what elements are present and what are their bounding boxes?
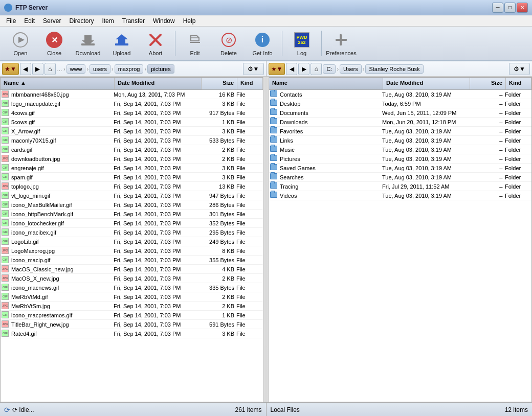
preferences-button[interactable]: Preferences [325,28,358,59]
remote-path-users[interactable]: users [90,64,110,74]
table-row[interactable]: GIF X_Arrow.gif Fri, Sep 14, 2001, 7:03 … [1,127,263,136]
local-forward-btn[interactable]: ▶ [298,63,309,75]
table-row[interactable]: JPG MwRbVtSm.jpg Fri, Sep 14, 2001, 7:03… [1,302,263,311]
remote-settings-btn[interactable]: ⚙▼ [243,63,264,75]
file-name: MwRbVtSm.jpg [11,303,114,309]
file-kind: File [236,321,262,328]
table-row[interactable]: GIF MwRbVtMd.gif Fri, Sep 14, 2001, 7:03… [1,292,263,302]
remote-col-kind[interactable]: Kind [237,78,263,89]
table-row[interactable]: GIF logo_macupdate.gif Fri, Sep 14, 2001… [1,99,263,108]
menu-item[interactable]: Item [98,16,118,26]
table-row[interactable]: Downloads Mon, Jun 20, 2011, 12:18 PM --… [269,118,531,127]
table-row[interactable]: Favorites Tue, Aug 03, 2010, 3:19 AM -- … [269,127,531,136]
local-col-size[interactable]: Size [470,78,506,89]
menu-edit[interactable]: Edit [20,16,39,26]
table-row[interactable]: Desktop Today, 6:59 PM -- Folder [269,99,531,108]
table-row[interactable]: GIF icono_macibex.gif Fri, Sep 14, 2001,… [1,228,263,237]
table-row[interactable]: Links Tue, Aug 03, 2010, 3:19 AM -- Fold… [269,136,531,145]
close-button[interactable]: ✕ Close [38,28,71,59]
remote-forward-btn[interactable]: ▶ [32,63,43,75]
remote-col-size[interactable]: Size [202,78,237,89]
file-icon: JPG [2,155,10,163]
table-row[interactable]: Saved Games Tue, Aug 03, 2010, 3:19 AM -… [269,164,531,173]
log-button[interactable]: PWD252 Log [285,28,318,59]
table-row[interactable]: GIF spam.gif Fri, Sep 14, 2001, 7:03 PM … [1,173,263,182]
remote-col-name[interactable]: Name ▲ [1,78,115,89]
menu-help[interactable]: Help [179,16,200,26]
menu-window[interactable]: Window [149,16,179,26]
local-file-list[interactable]: Contacts Tue, Aug 03, 2010, 3:19 AM -- F… [269,90,531,402]
table-row[interactable]: Documents Wed, Jun 15, 2011, 12:09 PM --… [269,108,531,118]
svg-marker-9 [191,36,199,41]
remote-bookmark-btn[interactable]: ★▼ [2,63,19,75]
table-row[interactable]: GIF engrenaje.gif Fri, Sep 14, 2001, 7:0… [1,164,263,173]
table-row[interactable]: JPG LogoMaxprog.jpg Fri, Sep 14, 2001, 7… [1,246,263,256]
table-row[interactable]: Pictures Tue, Aug 03, 2010, 3:19 AM -- F… [269,154,531,164]
menu-transfer[interactable]: Transfer [118,16,149,26]
pane-divider[interactable] [264,77,268,402]
table-row[interactable]: GIF icono_macip.gif Fri, Sep 14, 2001, 7… [1,256,263,265]
remote-path-pictures[interactable]: pictures [147,64,174,74]
folder-name: Tracing [280,183,382,190]
local-path-c[interactable]: C: [323,64,336,74]
table-row[interactable]: GIF icono_macnews.gif Fri, Sep 14, 2001,… [1,283,263,292]
table-row[interactable]: GIF icono_httpBenchMark.gif Fri, Sep 14,… [1,210,263,219]
open-button[interactable]: Open [4,28,37,59]
table-row[interactable]: GIF Rated4.gif Fri, Sep 14, 2001, 7:03 P… [1,329,263,338]
edit-label: Edit [190,50,200,56]
table-row[interactable]: JPG toplogo.jpg Fri, Sep 14, 2001, 7:03 … [1,182,263,191]
file-name: X_Arrow.gif [11,128,114,134]
local-path-users[interactable]: Users [340,64,362,74]
file-name: 4cows.gif [11,110,114,116]
remote-path-maxprog[interactable]: maxprog [115,64,144,74]
table-row[interactable]: GIF LogoLib.gif Fri, Sep 14, 2001, 7:03 … [1,237,263,246]
table-row[interactable]: Videos Tue, Aug 03, 2010, 3:19 AM -- Fol… [269,191,531,200]
maximize-button[interactable]: □ [504,3,516,13]
table-row[interactable]: GIF cards.gif Fri, Sep 14, 2001, 7:03 PM… [1,145,263,154]
table-row[interactable]: Contacts Tue, Aug 03, 2010, 3:19 AM -- F… [269,90,531,99]
abort-button[interactable]: Abort [139,28,172,59]
table-row[interactable]: GIF icono_macprestamos.gif Fri, Sep 14, … [1,311,263,320]
upload-button[interactable]: Upload [105,28,138,59]
table-row[interactable]: JPG downloadbutton.jpg Fri, Sep 14, 2001… [1,154,263,164]
folder-name: Favorites [280,128,382,134]
table-row[interactable]: JPG MacOS_Classic_new.jpg Fri, Sep 14, 2… [1,265,263,274]
table-row[interactable]: Tracing Fri, Jul 29, 2011, 11:52 AM -- F… [269,182,531,191]
local-bookmark-btn[interactable]: ★▼ [269,63,285,75]
table-row[interactable]: GIF icono_MaxBulkMailer.gif Fri, Sep 14,… [1,200,263,210]
table-row[interactable]: GIF 5cows.gif Fri, Sep 14, 2001, 7:03 PM… [1,118,263,127]
remote-col-date[interactable]: Date Modified [115,78,202,89]
table-row[interactable]: Music Tue, Aug 03, 2010, 3:19 AM -- Fold… [269,145,531,154]
local-col-date[interactable]: Date Modified [383,78,470,89]
table-row[interactable]: JPG mbmbanner468x60.jpg Mon, Aug 13, 200… [1,90,263,99]
table-row[interactable]: JPG TitleBar_Right_new.jpg Fri, Sep 14, … [1,320,263,329]
download-button[interactable]: Download [72,28,104,59]
local-col-name[interactable]: Name [269,78,383,89]
local-path-user[interactable]: Stanley Roche Busk [365,64,423,74]
remote-path-www[interactable]: www [66,64,86,74]
file-kind: File [236,275,262,282]
file-name: icono_httpBenchMark.gif [11,211,114,217]
minimize-button[interactable]: ─ [492,3,503,13]
remote-back-btn[interactable]: ◀ [20,63,31,75]
delete-button[interactable]: ⊘ Delete [212,28,245,59]
edit-button[interactable]: Edit [179,28,211,59]
menu-server[interactable]: Server [39,16,65,26]
local-col-kind[interactable]: Kind [506,78,531,89]
close-button[interactable]: ✕ [517,3,528,13]
table-row[interactable]: GIF maconly70X15.gif Fri, Sep 14, 2001, … [1,136,263,145]
local-home-btn[interactable]: ⌂ [311,63,322,75]
table-row[interactable]: Searches Tue, Aug 03, 2010, 3:19 AM -- F… [269,173,531,182]
table-row[interactable]: GIF icono_lotochecker.gif Fri, Sep 14, 2… [1,219,263,228]
local-back-btn[interactable]: ◀ [286,63,297,75]
table-row[interactable]: JPG MacOS_X_new.jpg Fri, Sep 14, 2001, 7… [1,274,263,283]
menu-directory[interactable]: Directory [65,16,98,26]
file-size: 355 Bytes [201,257,236,263]
local-settings-btn[interactable]: ⚙▼ [509,63,530,75]
table-row[interactable]: GIF vt_logo_mini.gif Fri, Sep 14, 2001, … [1,191,263,200]
remote-home-btn[interactable]: ⌂ [45,63,56,75]
getinfo-button[interactable]: i Get Info [246,28,279,59]
menu-file[interactable]: File [2,16,20,26]
table-row[interactable]: GIF 4cows.gif Fri, Sep 14, 2001, 7:03 PM… [1,108,263,118]
remote-file-list[interactable]: JPG mbmbanner468x60.jpg Mon, Aug 13, 200… [1,90,263,402]
